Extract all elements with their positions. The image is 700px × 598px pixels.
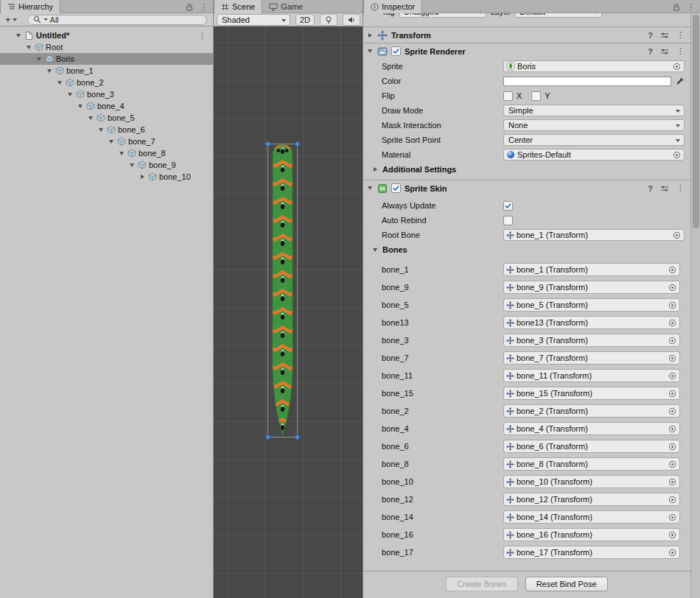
hierarchy-row[interactable]: bone_9 [0, 159, 213, 171]
foldout-open-icon[interactable] [78, 105, 83, 108]
sprite-skin-component-header[interactable]: Sprite Skin ? ⋮ [363, 180, 690, 196]
material-object-field[interactable]: Sprites-Default [503, 149, 685, 161]
selection-handle[interactable] [295, 435, 300, 440]
bones-foldout[interactable]: Bones [363, 242, 690, 257]
object-picker-icon[interactable] [667, 390, 678, 398]
kebab-menu-icon[interactable]: ⋮ [676, 47, 685, 55]
bone-transform-field[interactable]: bone_8 (Transform) [503, 457, 680, 471]
bone-transform-field[interactable]: bone_4 (Transform) [503, 422, 680, 435]
object-picker-icon[interactable] [667, 443, 678, 451]
bone-transform-field[interactable]: bone_12 (Transform) [503, 493, 680, 506]
object-picker-icon[interactable] [667, 496, 678, 504]
bone-transform-field[interactable]: bone_1 (Transform) [503, 263, 680, 276]
foldout-open-icon[interactable] [368, 49, 372, 53]
presets-icon[interactable] [660, 32, 669, 39]
bone-transform-field[interactable]: bone_5 (Transform) [503, 298, 680, 312]
object-picker-icon[interactable] [667, 407, 678, 415]
component-enabled-checkbox[interactable] [391, 183, 401, 193]
foldout-open-icon[interactable] [99, 128, 103, 132]
sprite-renderer-component-header[interactable]: Sprite Renderer ? ⋮ [363, 43, 690, 59]
foldout-open-icon[interactable] [109, 140, 113, 144]
bone-transform-field[interactable]: bone_2 (Transform) [503, 404, 680, 418]
hierarchy-row[interactable]: bone_5 [0, 112, 213, 124]
foldout-closed-icon[interactable] [368, 33, 372, 38]
hierarchy-row[interactable]: bone_2 [0, 77, 213, 88]
foldout-open-icon[interactable] [47, 69, 52, 73]
bone-transform-field[interactable]: bone_10 (Transform) [503, 475, 680, 488]
object-picker-icon[interactable] [667, 531, 678, 539]
create-bones-button[interactable]: Create Bones [446, 577, 517, 591]
object-picker-icon[interactable] [667, 478, 678, 486]
object-picker-icon[interactable] [667, 284, 678, 292]
bone-transform-field[interactable]: bone_14 (Transform) [503, 510, 680, 524]
bone-transform-field[interactable]: bone_3 (Transform) [503, 334, 680, 347]
hierarchy-row[interactable]: bone_10 [0, 171, 213, 183]
hierarchy-row[interactable]: bone_8 [0, 147, 213, 159]
foldout-open-icon[interactable] [119, 152, 124, 155]
object-picker-icon[interactable] [671, 63, 682, 71]
scene-lighting-button[interactable] [320, 14, 337, 26]
foldout-closed-icon[interactable] [141, 175, 144, 179]
object-picker-icon[interactable] [667, 425, 678, 433]
object-picker-icon[interactable] [667, 549, 678, 557]
object-picker-icon[interactable] [667, 460, 678, 468]
2d-toggle-button[interactable]: 2D [295, 14, 315, 26]
presets-icon[interactable] [660, 185, 669, 192]
kebab-menu-icon[interactable]: ⋮ [676, 184, 685, 192]
transform-component-header[interactable]: Transform ? ⋮ [363, 27, 690, 43]
object-picker-icon[interactable] [667, 337, 678, 345]
layer-dropdown[interactable]: Default [515, 13, 602, 18]
hierarchy-row-selected[interactable]: Boris [0, 53, 213, 65]
bone-transform-field[interactable]: bone13 (Transform) [503, 316, 680, 329]
foldout-open-icon[interactable] [130, 163, 134, 167]
help-icon[interactable]: ? [648, 184, 653, 193]
scene-viewport[interactable] [214, 27, 363, 598]
lock-icon[interactable] [673, 3, 680, 11]
sprite-object-field[interactable]: Boris [503, 60, 685, 72]
foldout-open-icon[interactable] [88, 116, 93, 120]
object-picker-icon[interactable] [667, 372, 678, 380]
lock-icon[interactable] [186, 3, 193, 11]
object-picker-icon[interactable] [667, 354, 678, 362]
tab-game[interactable]: Game [262, 0, 309, 13]
kebab-menu-icon[interactable]: ⋮ [676, 31, 685, 39]
object-picker-icon[interactable] [667, 301, 678, 309]
kebab-menu-icon[interactable]: ⋮ [687, 3, 695, 11]
flip-y-checkbox[interactable] [531, 91, 541, 101]
object-picker-icon[interactable] [667, 513, 678, 521]
foldout-open-icon[interactable] [27, 46, 31, 49]
root-bone-object-field[interactable]: bone_1 (Transform) [503, 229, 685, 241]
auto-rebind-checkbox[interactable] [503, 216, 513, 225]
foldout-open-icon[interactable] [37, 57, 41, 61]
bone-transform-field[interactable]: bone_7 (Transform) [503, 351, 680, 365]
tab-hierarchy[interactable]: Hierarchy [0, 0, 60, 13]
object-picker-icon[interactable] [671, 231, 682, 239]
bone-transform-field[interactable]: bone_11 (Transform) [503, 369, 680, 382]
always-update-checkbox[interactable] [503, 201, 513, 211]
object-picker-icon[interactable] [667, 266, 678, 274]
shading-mode-dropdown[interactable]: Shaded [217, 14, 290, 26]
color-swatch[interactable] [503, 77, 671, 86]
scrollbar-thumb[interactable] [693, 15, 699, 228]
scene-audio-button[interactable] [343, 14, 360, 26]
object-picker-icon[interactable] [667, 319, 678, 327]
bone-transform-field[interactable]: bone_15 (Transform) [503, 387, 680, 400]
flip-x-checkbox[interactable] [503, 91, 513, 101]
additional-settings-foldout[interactable]: Additional Settings [363, 162, 690, 177]
help-icon[interactable]: ? [648, 47, 653, 56]
foldout-open-icon[interactable] [368, 186, 372, 190]
foldout-open-icon[interactable] [16, 34, 21, 38]
selection-handle[interactable] [265, 435, 270, 440]
hierarchy-row[interactable]: bone_1 [0, 65, 213, 77]
selection-handle[interactable] [265, 141, 270, 147]
hierarchy-row[interactable]: Root [0, 41, 213, 53]
kebab-menu-icon[interactable]: ⋮ [198, 32, 213, 40]
hierarchy-row[interactable]: bone_4 [0, 100, 213, 112]
inspector-scrollbar[interactable] [690, 13, 700, 598]
sprite-sort-point-dropdown[interactable]: Center [503, 134, 685, 146]
reset-bind-pose-button[interactable]: Reset Bind Pose [525, 577, 608, 591]
bone-transform-field[interactable]: bone_9 (Transform) [503, 281, 680, 294]
foldout-open-icon[interactable] [68, 93, 72, 96]
object-picker-icon[interactable] [671, 151, 682, 159]
tab-inspector[interactable]: Inspector [363, 0, 422, 13]
